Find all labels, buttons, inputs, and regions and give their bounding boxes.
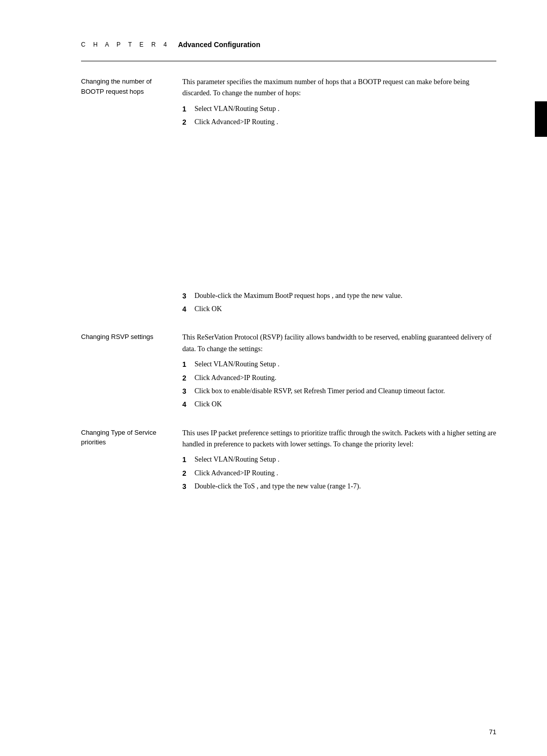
bootp-hops-content: This parameter specifies the maximum num… [182,77,496,130]
page-number: 71 [489,728,496,736]
list-item: 4 Click OK [182,399,496,410]
list-item: 3 Double-click the Maximum BootP request… [182,290,496,301]
section-tos: Changing Type of Service priorities This… [81,428,496,495]
tos-intro: This uses IP packet preference settings … [182,428,496,450]
rsvp-intro: This ReSerVation Protocol (RSVP) facilit… [182,332,496,355]
list-item: 1 Select VLAN/Routing Setup . [182,103,496,115]
list-item: 1 Select VLAN/Routing Setup . [182,454,496,465]
rsvp-content: This ReSerVation Protocol (RSVP) facilit… [182,332,496,412]
bootp-hops-intro: This parameter specifies the maximum num… [182,77,496,99]
chapter-label: C H A P T E R 4 [81,41,170,48]
rsvp-label: Changing RSVP settings [81,332,182,412]
section-rsvp: Changing RSVP settings This ReSerVation … [81,332,496,412]
list-item: 1 Select VLAN/Routing Setup . [182,359,496,370]
tos-steps: 1 Select VLAN/Routing Setup . 2 Click Ad… [182,454,496,492]
chapter-title: Advanced Configuration [178,41,260,49]
content-area: Changing the number of BOOTP request hop… [0,77,547,495]
list-item: 3 Click box to enable/disable RSVP, set … [182,386,496,397]
list-item: 4 Click OK [182,304,496,315]
header-rule [81,61,496,61]
bootp-hops-bottom-content: 3 Double-click the Maximum BootP request… [182,287,496,317]
bootp-hops-steps-bottom: 3 Double-click the Maximum BootP request… [81,287,496,317]
list-item: 2 Click Advanced>IP Routing . [182,117,496,128]
page-container: C H A P T E R 4 Advanced Configuration C… [0,0,547,756]
tos-label: Changing Type of Service priorities [81,428,182,495]
page-tab [535,101,547,137]
page-spacer [81,145,496,287]
section-bootp-hops-top: Changing the number of BOOTP request hop… [81,77,496,130]
bootp-hops-label: Changing the number of BOOTP request hop… [81,77,182,130]
list-item: 2 Click Advanced>IP Routing. [182,372,496,384]
bootp-hops-steps-bottom-list: 3 Double-click the Maximum BootP request… [182,290,496,315]
bootp-hops-steps-top: 1 Select VLAN/Routing Setup . 2 Click Ad… [182,103,496,128]
rsvp-steps: 1 Select VLAN/Routing Setup . 2 Click Ad… [182,359,496,410]
chapter-header: C H A P T E R 4 Advanced Configuration [0,41,547,49]
tos-content: This uses IP packet preference settings … [182,428,496,495]
list-item: 3 Double-click the ToS , and type the ne… [182,481,496,492]
bootp-hops-offset-label [81,287,182,317]
list-item: 2 Click Advanced>IP Routing . [182,468,496,479]
